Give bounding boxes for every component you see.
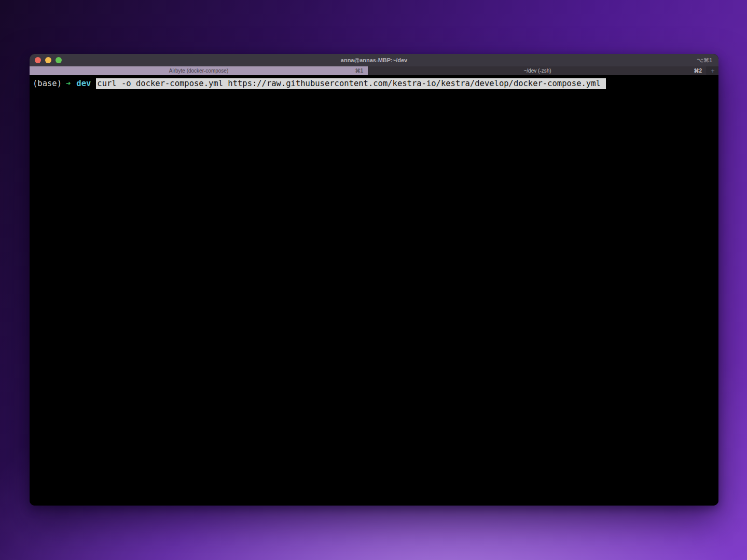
desktop: { "window": { "title": "anna@annas-MBP:~…	[0, 0, 747, 560]
window-shortcut-label: ⌥⌘1	[697, 57, 712, 64]
prompt-arrow-icon: ➜	[66, 79, 71, 88]
minimize-button[interactable]	[45, 57, 51, 63]
terminal-content[interactable]: (base)➜devcurl -o docker-compose.yml htt…	[30, 75, 718, 506]
zoom-button[interactable]	[56, 57, 62, 63]
window-title: anna@annas-MBP:~/dev	[30, 57, 718, 63]
terminal-window: anna@annas-MBP:~/dev ⌥⌘1 Airbyte (docker…	[30, 54, 718, 506]
new-tab-button[interactable]: +	[707, 66, 718, 75]
traffic-lights	[35, 57, 62, 63]
conda-env-label: (base)	[33, 79, 62, 88]
close-button[interactable]	[35, 57, 41, 63]
tab-label: Airbyte (docker-compose)	[169, 68, 228, 74]
tab-label: ~/dev (-zsh)	[523, 68, 551, 74]
tab-dev-zsh[interactable]: ~/dev (-zsh) ⌘2	[368, 66, 707, 75]
current-directory-label: dev	[76, 79, 91, 88]
plus-icon: +	[711, 67, 714, 75]
window-titlebar[interactable]: anna@annas-MBP:~/dev ⌥⌘1	[30, 54, 718, 66]
tab-shortcut-label: ⌘2	[694, 68, 702, 74]
tab-bar: Airbyte (docker-compose) ⌘1 ~/dev (-zsh)…	[30, 66, 718, 75]
tab-airbyte-docker-compose[interactable]: Airbyte (docker-compose) ⌘1	[30, 66, 368, 75]
selected-command-text: curl -o docker-compose.yml https://raw.g…	[96, 78, 606, 89]
prompt-line: (base)➜devcurl -o docker-compose.yml htt…	[33, 78, 718, 89]
tab-shortcut-label: ⌘1	[355, 68, 363, 74]
